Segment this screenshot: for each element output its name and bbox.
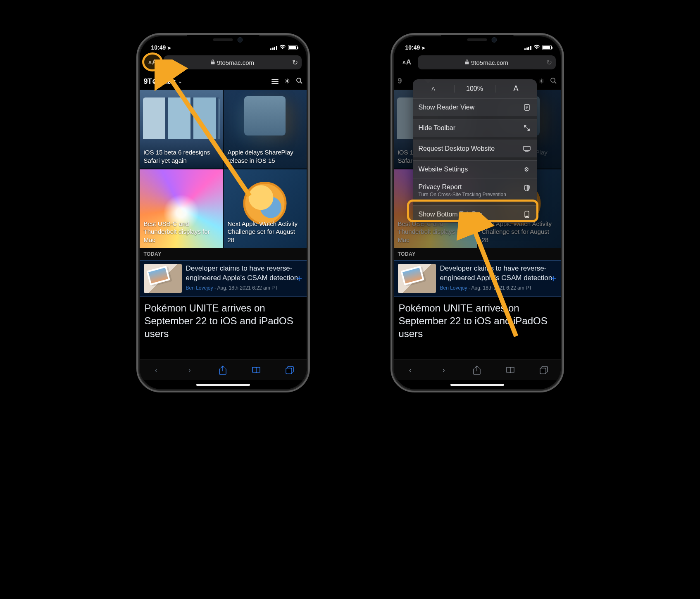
location-icon: ➤ — [167, 45, 171, 50]
address-bar[interactable]: 9to5mac.com ↻ — [418, 55, 556, 69]
battery-icon — [542, 45, 552, 50]
svg-line-3 — [300, 82, 302, 83]
site-tools: ☀ — [538, 77, 557, 86]
zoom-in-button[interactable]: A — [495, 84, 537, 93]
status-time: 10:49 ➤ — [405, 44, 426, 51]
url-text: 9to5mac.com — [217, 59, 254, 66]
zoom-row: A 100% A — [413, 79, 537, 98]
desktop-icon — [523, 146, 531, 152]
site-logo[interactable]: 9T⊘5Mac⌄ — [144, 77, 182, 86]
menu-show-reader[interactable]: Show Reader View — [413, 98, 537, 116]
menu-separator — [413, 116, 537, 119]
today-heading: TODAY — [394, 248, 561, 260]
phone-left: 10:49 ➤ AA 9to5mac.com ↻ 9T⊘5Mac — [136, 33, 310, 392]
story-text: Developer claims to have reverse-enginee… — [440, 264, 557, 293]
chevron-down-icon: ⌄ — [178, 78, 182, 84]
status-right — [270, 45, 298, 51]
article-tile[interactable]: iOS 15 beta 6 redesigns Safari yet again — [140, 90, 223, 169]
back-button[interactable]: ‹ — [405, 365, 416, 375]
zoom-level: 100% — [454, 85, 495, 93]
reader-icon — [523, 104, 531, 111]
story-row[interactable]: Developer claims to have reverse-enginee… — [394, 260, 561, 297]
brightness-icon[interactable]: ☀ — [284, 77, 290, 85]
menu-privacy-report[interactable]: Privacy Report Turn On Cross-Site Tracki… — [413, 178, 537, 202]
lock-icon — [211, 59, 215, 66]
search-icon[interactable] — [550, 77, 557, 86]
zoom-out-button[interactable]: A — [413, 86, 454, 92]
svg-rect-19 — [540, 368, 546, 374]
article-grid: iOS 15 beta 6 redesigns Safari yet again… — [140, 90, 307, 248]
story-headline: Developer claims to have reverse-enginee… — [186, 264, 302, 283]
notch — [441, 35, 513, 46]
article-tile[interactable]: Next Apple Watch Activity Challenge set … — [224, 169, 307, 248]
location-icon: ➤ — [421, 45, 425, 50]
add-story-button[interactable]: + — [296, 272, 302, 285]
back-button[interactable]: ‹ — [150, 365, 162, 375]
story-headline-large[interactable]: Pokémon UNITE arrives on September 22 to… — [140, 297, 307, 359]
lock-icon — [465, 59, 469, 66]
reload-icon[interactable]: ↻ — [292, 58, 298, 67]
story-thumbnail — [144, 264, 182, 293]
forward-button[interactable]: › — [438, 365, 450, 375]
tabs-button[interactable] — [284, 366, 295, 374]
address-bar-row: AA 9to5mac.com ↻ — [140, 53, 307, 73]
svg-point-2 — [297, 78, 301, 82]
home-indicator[interactable] — [394, 380, 561, 389]
svg-rect-12 — [524, 146, 530, 150]
search-icon[interactable] — [296, 77, 302, 86]
battery-icon — [288, 45, 298, 50]
bookmarks-button[interactable] — [505, 366, 516, 374]
brightness-icon[interactable]: ☀ — [538, 77, 544, 85]
story-meta: Ben Lovejoy - Aug. 18th 2021 6:22 am PT — [186, 285, 302, 291]
url-text: 9to5mac.com — [471, 59, 508, 66]
site-logo[interactable]: 9 — [398, 77, 402, 86]
tabs-button[interactable] — [538, 366, 550, 374]
article-tile[interactable]: Apple delays SharePlay release in iOS 15 — [224, 90, 307, 169]
notch — [187, 35, 259, 46]
phone-right: 10:49 ➤ AA 9to5mac.com ↻ — [390, 33, 564, 392]
article-tile[interactable]: Best USB-C and Thunderbolt displays for … — [140, 169, 223, 248]
address-bar[interactable]: 9to5mac.com ↻ — [164, 55, 302, 69]
privacy-report-sub: Turn On Cross-Site Tracking Prevention — [419, 192, 506, 197]
safari-toolbar: ‹ › — [394, 359, 561, 380]
share-button[interactable] — [217, 366, 229, 375]
hamburger-icon[interactable] — [271, 79, 279, 84]
bookmarks-button[interactable] — [250, 366, 262, 374]
status-right — [524, 45, 552, 51]
highlight-rect-bottom-tab-bar — [407, 200, 538, 222]
screen: 10:49 ➤ AA 9to5mac.com ↻ 9T⊘5Mac — [140, 36, 307, 389]
shield-icon — [523, 185, 531, 191]
menu-request-desktop[interactable]: Request Desktop Website — [413, 140, 537, 157]
menu-website-settings[interactable]: Website Settings ⚙ — [413, 160, 537, 178]
menu-hide-toolbar[interactable]: Hide Toolbar — [413, 119, 537, 137]
expand-icon — [523, 125, 531, 131]
story-headline-large[interactable]: Pokémon UNITE arrives on September 22 to… — [394, 297, 561, 359]
add-story-button[interactable]: + — [550, 272, 556, 285]
home-indicator[interactable] — [140, 380, 307, 389]
svg-rect-5 — [286, 368, 292, 374]
gear-icon: ⚙ — [523, 166, 531, 173]
story-thumbnail — [398, 264, 436, 293]
story-headline: Developer claims to have reverse-enginee… — [440, 264, 557, 283]
wifi-icon — [279, 45, 286, 51]
today-heading: TODAY — [140, 248, 307, 260]
signal-icon — [270, 45, 277, 50]
reload-icon[interactable]: ↻ — [546, 58, 552, 67]
forward-button[interactable]: › — [184, 365, 195, 375]
site-tools: ☀ — [271, 77, 302, 86]
story-row[interactable]: Developer claims to have reverse-enginee… — [140, 260, 307, 297]
svg-line-17 — [555, 82, 556, 83]
story-author[interactable]: Ben Lovejoy — [440, 285, 467, 291]
svg-point-16 — [551, 78, 555, 82]
signal-icon — [524, 45, 531, 50]
share-button[interactable] — [471, 366, 483, 375]
privacy-report-label: Privacy Report — [419, 183, 506, 191]
story-meta: Ben Lovejoy - Aug. 18th 2021 6:22 am PT — [440, 285, 557, 291]
menu-separator — [413, 137, 537, 140]
safari-toolbar: ‹ › — [140, 359, 307, 380]
story-author[interactable]: Ben Lovejoy — [186, 285, 213, 291]
site-header: 9T⊘5Mac⌄ ☀ — [140, 73, 307, 90]
status-time: 10:49 ➤ — [151, 44, 171, 51]
story-text: Developer claims to have reverse-enginee… — [186, 264, 302, 293]
aa-button[interactable]: AA — [399, 56, 415, 69]
